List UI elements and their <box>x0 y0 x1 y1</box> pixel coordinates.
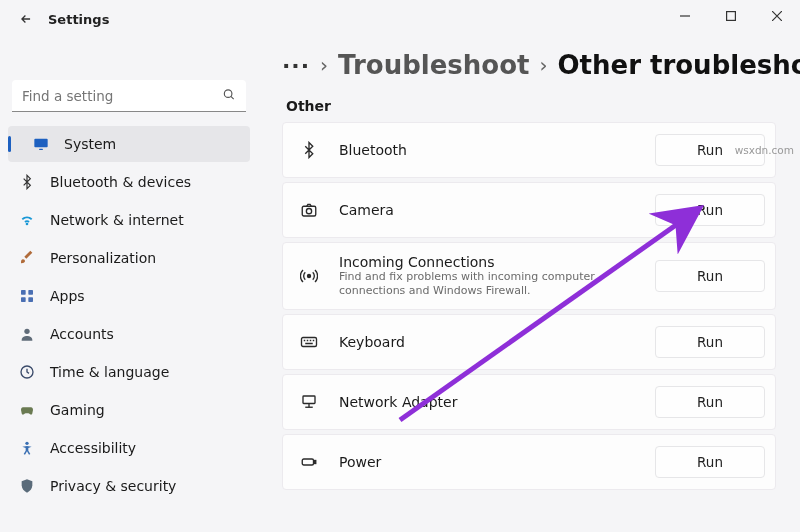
troubleshooter-title: Network Adapter <box>339 394 637 410</box>
window-title: Settings <box>48 12 109 27</box>
sidebar-item-label: Accessibility <box>50 440 136 456</box>
svg-rect-9 <box>28 297 33 302</box>
svg-rect-13 <box>302 206 316 216</box>
troubleshooter-row-keyboard: Keyboard Run <box>282 314 776 370</box>
svg-point-14 <box>306 209 311 214</box>
svg-rect-19 <box>310 340 312 342</box>
maximize-button[interactable] <box>708 0 754 32</box>
section-label: Other <box>286 98 776 114</box>
troubleshooter-row-power: Power Run <box>282 434 776 490</box>
sidebar-item-label: Accounts <box>50 326 114 342</box>
sidebar-item-time[interactable]: Time & language <box>8 354 250 390</box>
chevron-right-icon: › <box>539 53 547 77</box>
breadcrumb-ellipsis[interactable]: ··· <box>282 53 310 78</box>
shield-icon <box>18 477 36 495</box>
sidebar-item-privacy[interactable]: Privacy & security <box>8 468 250 504</box>
sidebar-item-gaming[interactable]: Gaming <box>8 392 250 428</box>
search-input[interactable] <box>12 80 246 112</box>
svg-line-3 <box>231 96 234 99</box>
sidebar-item-label: Gaming <box>50 402 105 418</box>
run-button[interactable]: Run <box>655 386 765 418</box>
svg-rect-26 <box>314 461 316 464</box>
svg-rect-22 <box>303 396 315 404</box>
run-button[interactable]: Run <box>655 260 765 292</box>
troubleshooter-title: Incoming Connections <box>339 254 637 270</box>
gamepad-icon <box>18 401 36 419</box>
troubleshooter-desc: Find and fix problems with incoming comp… <box>339 270 637 298</box>
person-icon <box>18 325 36 343</box>
sidebar-item-bluetooth[interactable]: Bluetooth & devices <box>8 164 250 200</box>
keyboard-icon <box>297 333 321 351</box>
svg-point-2 <box>224 90 232 98</box>
run-button[interactable]: Run <box>655 326 765 358</box>
wifi-icon <box>18 211 36 229</box>
troubleshooter-row-camera: Camera Run <box>282 182 776 238</box>
svg-rect-6 <box>21 290 26 295</box>
window-controls <box>662 0 800 32</box>
accessibility-icon <box>18 439 36 457</box>
sidebar-item-label: Privacy & security <box>50 478 176 494</box>
svg-point-10 <box>24 329 29 334</box>
sidebar-item-label: Personalization <box>50 250 156 266</box>
watermark: wsxdn.com <box>735 144 794 156</box>
back-button[interactable] <box>12 5 40 33</box>
sidebar-item-accounts[interactable]: Accounts <box>8 316 250 352</box>
troubleshooter-title: Bluetooth <box>339 142 637 158</box>
brush-icon <box>18 249 36 267</box>
sidebar-item-label: System <box>64 136 116 152</box>
sidebar-item-network[interactable]: Network & internet <box>8 202 250 238</box>
title-bar: Settings <box>0 0 800 38</box>
svg-rect-21 <box>305 343 313 345</box>
svg-point-15 <box>308 275 311 278</box>
clock-icon <box>18 363 36 381</box>
search-container <box>12 80 246 112</box>
sidebar: System Bluetooth & devices Network & int… <box>0 38 258 532</box>
sidebar-item-system[interactable]: System <box>8 126 250 162</box>
svg-rect-17 <box>304 340 306 342</box>
run-button[interactable]: Run <box>655 194 765 226</box>
svg-rect-1 <box>727 12 736 21</box>
signal-icon <box>297 267 321 285</box>
svg-rect-5 <box>39 149 43 150</box>
svg-rect-8 <box>21 297 26 302</box>
main-content: ··· › Troubleshoot › Other troubleshoote… <box>258 38 800 532</box>
chevron-right-icon: › <box>320 53 328 77</box>
devices-icon <box>18 173 36 191</box>
camera-icon <box>297 201 321 219</box>
sidebar-item-label: Bluetooth & devices <box>50 174 191 190</box>
battery-icon <box>297 453 321 471</box>
breadcrumb-prev[interactable]: Troubleshoot <box>338 50 529 80</box>
sidebar-item-accessibility[interactable]: Accessibility <box>8 430 250 466</box>
sidebar-item-label: Network & internet <box>50 212 184 228</box>
svg-rect-25 <box>302 459 313 465</box>
breadcrumb: ··· › Troubleshoot › Other troubleshoote… <box>282 50 776 80</box>
network-adapter-icon <box>297 393 321 411</box>
breadcrumb-current: Other troubleshooters <box>557 50 800 80</box>
svg-rect-7 <box>28 290 33 295</box>
close-button[interactable] <box>754 0 800 32</box>
svg-rect-20 <box>313 340 315 342</box>
run-button[interactable]: Run <box>655 446 765 478</box>
svg-rect-16 <box>302 338 317 347</box>
sidebar-item-apps[interactable]: Apps <box>8 278 250 314</box>
troubleshooter-title: Power <box>339 454 637 470</box>
troubleshooter-row-network: Network Adapter Run <box>282 374 776 430</box>
apps-icon <box>18 287 36 305</box>
troubleshooter-row-bluetooth: Bluetooth Run <box>282 122 776 178</box>
svg-point-12 <box>25 442 28 445</box>
svg-rect-4 <box>34 139 47 148</box>
sidebar-item-label: Time & language <box>50 364 169 380</box>
sidebar-item-label: Apps <box>50 288 85 304</box>
sidebar-item-personalization[interactable]: Personalization <box>8 240 250 276</box>
minimize-button[interactable] <box>662 0 708 32</box>
search-icon <box>222 87 236 106</box>
troubleshooter-title: Camera <box>339 202 637 218</box>
svg-rect-18 <box>307 340 309 342</box>
bluetooth-icon <box>297 141 321 159</box>
display-icon <box>32 135 50 153</box>
troubleshooter-title: Keyboard <box>339 334 637 350</box>
troubleshooter-row-incoming: Incoming Connections Find and fix proble… <box>282 242 776 310</box>
